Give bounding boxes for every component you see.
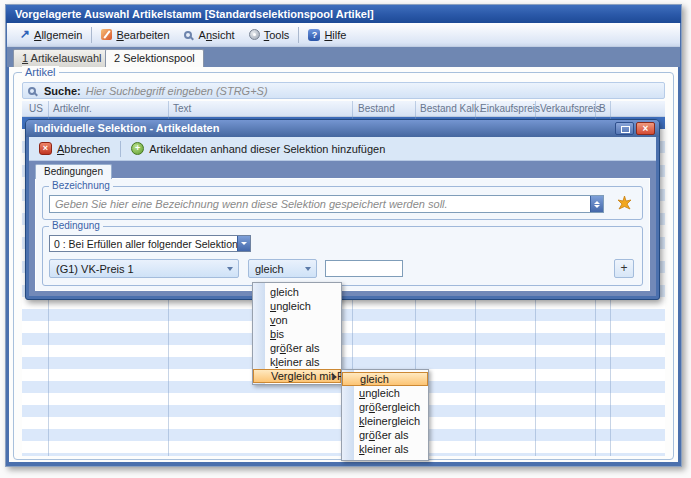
close-button[interactable]: × — [636, 122, 655, 135]
column-header-einkaufspreis[interactable]: Einkaufspreis — [480, 103, 540, 114]
menu-item[interactable]: gleich — [253, 285, 341, 299]
page: Vorgelagerte Auswahl Artikelstamm [Stand… — [0, 0, 691, 478]
magnifier-icon — [184, 31, 192, 39]
column-header-bestand[interactable]: Bestand — [358, 103, 395, 114]
dropdown-button[interactable] — [237, 236, 250, 251]
search-placeholder: Hier Suchbegriff eingeben (STRG+S) — [86, 85, 268, 97]
artikel-group-label: Artikel — [22, 66, 59, 78]
submenu-item[interactable]: größer als — [342, 428, 428, 442]
search-input[interactable]: Suche: Hier Suchbegriff eingeben (STRG+S… — [22, 82, 665, 99]
chevron-down-icon — [227, 267, 233, 271]
tab-artikelauswahl[interactable]: 1 Artikelauswahl — [13, 49, 111, 67]
arrow-down-icon — [594, 205, 600, 208]
search-label: Suche: — [44, 85, 81, 97]
arrow-up-icon — [594, 201, 600, 204]
submenu-item[interactable]: kleiner als — [342, 442, 428, 456]
arrow-up-right-icon: ↗ — [20, 29, 30, 40]
comparison-value-input[interactable] — [325, 260, 403, 277]
submenu-item[interactable]: gleich — [342, 372, 428, 386]
field-value: (G1) VK-Preis 1 — [50, 263, 227, 275]
add-icon: + — [131, 142, 144, 155]
dialog-window-buttons: × — [615, 122, 655, 135]
window-title: Vorgelagerte Auswahl Artikelstamm [Stand… — [15, 8, 374, 20]
mode-combobox[interactable]: 0 : Bei Erfüllen aller folgender Selekti… — [49, 235, 251, 252]
menu-item[interactable]: von — [253, 313, 341, 327]
dialog-title: Individuelle Selektion - Artikeldaten — [34, 122, 219, 134]
arrow-down-icon — [241, 242, 247, 245]
dropdown-button[interactable] — [590, 196, 603, 212]
tab-bedingungen[interactable]: Bedingungen — [35, 164, 112, 179]
edit-icon — [101, 29, 112, 40]
menu-item[interactable]: bis — [253, 327, 341, 341]
menubar-separator — [91, 27, 92, 43]
menu-hilfe[interactable]: ? Hilfe — [301, 27, 353, 43]
menu-item[interactable]: ungleich — [253, 299, 341, 313]
bezeichnung-label: Bezeichnung — [49, 180, 113, 191]
bedingung-groupbox: Bedingung 0 : Bei Erfüllen aller folgend… — [42, 226, 643, 286]
cancel-button[interactable]: × Abbrechen — [35, 140, 114, 157]
menu-bearbeiten[interactable]: Bearbeiten — [94, 27, 176, 43]
menu-bar: ↗ Allgemein Bearbeiten Ansicht Tools ? H… — [7, 23, 680, 47]
column-header-artikelnr[interactable]: Artikelnr. — [53, 103, 92, 114]
menu-item[interactable]: größer als — [253, 341, 341, 355]
dialog-toolbar: × Abbrechen + Artikeldaten anhand dieser… — [29, 137, 656, 161]
column-header-verkaufspreis[interactable]: Verkaufspreis — [540, 103, 601, 114]
menu-item[interactable]: kleiner als — [253, 355, 341, 369]
submenu-item[interactable]: kleinergleich — [342, 414, 428, 428]
column-header-us[interactable]: US — [29, 103, 43, 114]
add-condition-button[interactable]: + — [614, 259, 634, 278]
window-titlebar[interactable]: Vorgelagerte Auswahl Artikelstamm [Stand… — [6, 5, 681, 23]
menu-ansicht[interactable]: Ansicht — [177, 27, 242, 43]
compare-submenu: gleich ungleich größergleich kleinerglei… — [341, 369, 429, 461]
gear-icon — [249, 29, 260, 40]
bezeichnung-placeholder: Geben Sie hier eine Bezeichnung wenn die… — [50, 198, 590, 210]
field-combobox[interactable]: (G1) VK-Preis 1 — [49, 259, 239, 278]
help-icon: ? — [308, 29, 320, 41]
dialog-titlebar[interactable]: Individuelle Selektion - Artikeldaten — [26, 120, 659, 137]
search-icon — [28, 87, 36, 95]
add-articles-button[interactable]: + Artikeldaten anhand dieser Selektion h… — [127, 140, 389, 157]
operator-value: gleich — [249, 263, 305, 275]
restore-button[interactable] — [615, 122, 634, 135]
submenu-item[interactable]: größergleich — [342, 400, 428, 414]
menu-tools[interactable]: Tools — [242, 27, 297, 43]
submenu-arrow-icon — [333, 374, 337, 380]
bedingung-label: Bedingung — [49, 220, 103, 231]
tab-strip: 1 Artikelauswahl 2 Selektionspool — [7, 47, 680, 67]
submenu-item[interactable]: ungleich — [342, 386, 428, 400]
table-header-row: US Artikelnr. Text Bestand Bestand Kalk.… — [22, 101, 665, 117]
selection-dialog: Individuelle Selektion - Artikeldaten × … — [25, 119, 660, 300]
toolbar-separator — [120, 141, 121, 157]
bezeichnung-combobox[interactable]: Geben Sie hier eine Bezeichnung wenn die… — [49, 195, 604, 213]
bedingungen-panel: Bezeichnung Geben Sie hier eine Bezeichn… — [35, 178, 650, 291]
column-header-bestand-kalk[interactable]: Bestand Kalk. — [420, 103, 482, 114]
mode-value: 0 : Bei Erfüllen aller folgender Selekti… — [50, 238, 237, 250]
chevron-down-icon — [305, 267, 311, 271]
tab-selektionspool[interactable]: 2 Selektionspool — [105, 49, 204, 67]
star-icon[interactable] — [617, 196, 632, 211]
column-header-b[interactable]: B — [599, 103, 606, 114]
column-header-text[interactable]: Text — [173, 103, 191, 114]
menu-item-vergleich-mit-feld[interactable]: Vergleich mit Feld — [253, 369, 341, 383]
operator-combobox[interactable]: gleich — [248, 259, 317, 278]
operator-menu: gleich ungleich von bis größer als klein… — [252, 282, 342, 385]
dialog-body: Bedingungen Bezeichnung Geben Sie hier e… — [29, 161, 656, 296]
menubar-separator — [298, 27, 299, 43]
cancel-icon: × — [39, 142, 52, 155]
bezeichnung-groupbox: Bezeichnung Geben Sie hier eine Bezeichn… — [42, 186, 643, 220]
menu-allgemein[interactable]: ↗ Allgemein — [13, 27, 89, 43]
